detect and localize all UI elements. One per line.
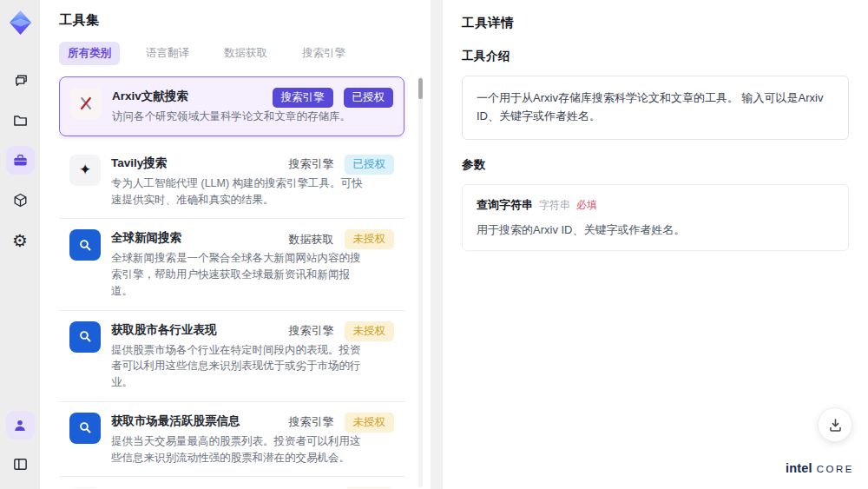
download-icon <box>827 417 844 433</box>
intel-wordmark: intel <box>786 461 812 475</box>
tab-language-translation[interactable]: 语言翻译 <box>137 42 198 65</box>
params-heading: 参数 <box>462 157 849 173</box>
tool-card-arxiv[interactable]: Arxiv文献搜索 访问各个研究领域大量科学论文和文章的存储库。 搜索引擎 已授… <box>59 76 404 136</box>
category-label: 搜索引擎 <box>289 414 334 430</box>
news-icon <box>69 487 101 488</box>
core-wordmark: CORE <box>817 464 854 474</box>
page-title: 工具集 <box>59 12 417 29</box>
category-label: 搜索引擎 <box>289 156 334 172</box>
tool-list-panel: 工具集 所有类别 语言翻译 数据获取 搜索引擎 Arxiv文献搜索 访问各个研究… <box>40 0 431 489</box>
auth-status-badge: 未授权 <box>345 487 395 488</box>
tool-description: 提供当天交易量最高的股票列表。投资者可以利用这些信息来识别流动性强的股票和潜在的… <box>111 433 368 466</box>
app-logo <box>7 9 33 36</box>
category-tabs: 所有类别 语言翻译 数据获取 搜索引擎 <box>59 42 417 65</box>
parameter-header: 查询字符串 字符串 必填 <box>477 197 834 213</box>
tab-data-fetch[interactable]: 数据获取 <box>215 42 276 65</box>
tavily-star-icon: ✦ <box>69 155 101 186</box>
diamond-logo-icon <box>9 10 32 36</box>
gear-icon: ⚙ <box>12 232 28 249</box>
blue-search-app-icon <box>69 321 101 353</box>
sidebar-item-settings[interactable]: ⚙ <box>6 226 35 254</box>
tool-description: 提供股票市场各个行业在特定时间段内的表现。投资者可以利用这些信息来识别表现优于或… <box>111 342 368 391</box>
category-label: 数据获取 <box>289 232 334 248</box>
category-badge: 搜索引擎 <box>273 88 333 108</box>
sidebar-item-account[interactable] <box>6 411 35 439</box>
sidebar-item-tools[interactable] <box>6 146 35 175</box>
auth-status-badge: 已授权 <box>345 155 395 175</box>
scrollbar-thumb[interactable] <box>418 78 423 99</box>
sidebar-bottom <box>6 411 35 479</box>
auth-status-badge: 未授权 <box>345 413 395 433</box>
tool-badges: 搜索引擎 未授权 <box>289 487 395 488</box>
tool-description: 专为人工智能代理 (LLM) 构建的搜索引擎工具。可快速提供实时、准确和真实的结… <box>111 175 368 208</box>
sidebar-item-chat[interactable] <box>6 66 35 95</box>
detail-title: 工具详情 <box>462 15 849 31</box>
parameter-description: 用于搜索的Arxiv ID、关键字或作者姓名。 <box>477 222 834 238</box>
star-glyph: ✦ <box>79 161 91 179</box>
blue-search-app-icon <box>69 229 101 261</box>
auth-status-badge: 未授权 <box>345 229 395 249</box>
folder-icon <box>12 112 29 129</box>
tool-badges: 搜索引擎 未授权 <box>289 321 395 341</box>
intel-core-logo: intel CORE <box>786 461 854 475</box>
sidebar-item-collapse[interactable] <box>6 450 35 479</box>
cube-icon <box>12 192 29 208</box>
tab-all-categories[interactable]: 所有类别 <box>59 42 120 65</box>
tool-card-tavily[interactable]: ✦ Tavily搜索 专为人工智能代理 (LLM) 构建的搜索引擎工具。可快速提… <box>59 144 404 220</box>
tool-badges: 搜索引擎 未授权 <box>289 413 395 433</box>
sidebar-item-files[interactable] <box>6 106 35 135</box>
required-badge: 必填 <box>576 198 597 213</box>
tool-badges: 搜索引擎 已授权 <box>273 88 394 108</box>
auth-status-badge: 未授权 <box>345 321 395 341</box>
parameter-card: 查询字符串 字符串 必填 用于搜索的Arxiv ID、关键字或作者姓名。 <box>462 184 849 251</box>
tool-badges: 搜索引擎 已授权 <box>289 155 395 175</box>
sidebar-nav: ⚙ <box>6 66 35 254</box>
category-label: 搜索引擎 <box>289 323 334 339</box>
tool-card-regional-news[interactable]: 万维地区新闻查询 查询具体行政区划内的新闻，快速了解各地新闻动 搜索引擎 未授权 <box>59 477 404 488</box>
download-button[interactable] <box>818 407 852 442</box>
panel-layout-icon <box>12 456 29 472</box>
tab-search-engine[interactable]: 搜索引擎 <box>293 42 354 65</box>
blue-search-app-icon <box>69 413 101 444</box>
chat-icon <box>12 72 29 89</box>
parameter-type: 字符串 <box>539 198 570 213</box>
scrollbar-track[interactable] <box>418 76 423 487</box>
tool-badges: 数据获取 未授权 <box>289 229 395 249</box>
panel-divider <box>431 0 443 489</box>
tool-card-most-active-stocks[interactable]: 获取市场最活跃股票信息 提供当天交易量最高的股票列表。投资者可以利用这些信息来识… <box>59 402 404 478</box>
tool-detail-panel: 工具详情 工具介绍 一个用于从Arxiv存储库搜索科学论文和文章的工具。 输入可… <box>443 0 868 489</box>
arxiv-logo-icon <box>70 88 102 119</box>
user-icon <box>12 418 28 433</box>
parameter-name: 查询字符串 <box>477 197 533 213</box>
tool-card-sector-performance[interactable]: 获取股市各行业表现 提供股票市场各个行业在特定时间段内的表现。投资者可以利用这些… <box>59 311 404 402</box>
tool-intro-box: 一个用于从Arxiv存储库搜索科学论文和文章的工具。 输入可以是Arxiv ID… <box>462 76 849 140</box>
briefcase-icon <box>12 152 29 169</box>
tool-list: Arxiv文献搜索 访问各个研究领域大量科学论文和文章的存储库。 搜索引擎 已授… <box>59 76 417 488</box>
sidebar-rail: ⚙ <box>0 0 40 489</box>
tool-description: 访问各个研究领域大量科学论文和文章的存储库。 <box>112 109 369 125</box>
intro-heading: 工具介绍 <box>462 49 849 64</box>
tool-description: 全球新闻搜索是一个聚合全球各大新闻网站内容的搜索引擎，帮助用户快速获取全球最新资… <box>111 250 368 299</box>
auth-status-badge: 已授权 <box>344 88 394 108</box>
tool-card-global-news[interactable]: 全球新闻搜索 全球新闻搜索是一个聚合全球各大新闻网站内容的搜索引擎，帮助用户快速… <box>59 219 404 310</box>
sidebar-item-models[interactable] <box>6 186 35 215</box>
